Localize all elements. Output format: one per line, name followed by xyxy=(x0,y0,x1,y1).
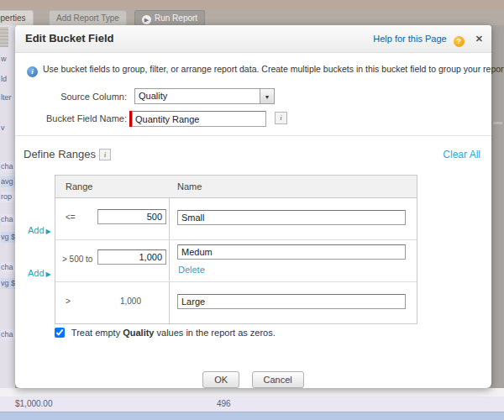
add-arrow-icon: ▶ xyxy=(46,228,51,235)
background-gap xyxy=(0,388,504,396)
total-amount: $1,000.00 xyxy=(15,396,53,412)
report-totals-row: $1,000.00 496 xyxy=(0,396,504,412)
source-column-label: Source Column: xyxy=(15,88,127,105)
play-icon: ▶ xyxy=(142,15,151,24)
bg-text-fragment: cha xyxy=(1,262,15,273)
bucket-name-input[interactable] xyxy=(177,294,406,309)
name-cell xyxy=(169,198,417,239)
name-cell xyxy=(169,282,417,323)
bg-text-fragment: w xyxy=(1,54,15,65)
run-report-button[interactable]: ▶Run Report xyxy=(134,10,205,26)
range-column-header: Range xyxy=(66,176,92,197)
report-footer-band xyxy=(0,412,504,420)
treat-empty-label: Treat empty Quality values in the report… xyxy=(71,328,276,338)
bg-text-fragment: cha xyxy=(1,214,15,225)
dropdown-arrow-icon[interactable]: ▼ xyxy=(260,88,275,104)
range-value-input[interactable] xyxy=(97,249,166,265)
info-icon: i xyxy=(27,66,38,77)
section-divider xyxy=(15,135,491,136)
bg-text-fragment: cha xyxy=(1,329,15,340)
range-operator: > 500 to xyxy=(62,255,92,264)
dialog-buttons: OK Cancel xyxy=(15,371,491,388)
treat-empty-field-name: Quality xyxy=(123,328,154,338)
name-cell: Delete xyxy=(169,240,417,281)
dialog-title: Edit Bucket Field xyxy=(25,25,113,52)
range-value-static: 1,000 xyxy=(97,297,141,306)
scroll-tick xyxy=(493,122,502,124)
define-ranges-info-icon[interactable]: i xyxy=(99,149,111,160)
background-left-pane: w ld lter v cha avg rop cha vg $ cha vg … xyxy=(0,25,15,395)
table-row: <= xyxy=(55,198,417,240)
bucket-name-input[interactable] xyxy=(177,244,406,260)
define-ranges-header: Define Rangesi xyxy=(24,148,111,160)
define-ranges-title: Define Ranges xyxy=(24,148,96,160)
run-report-label: Run Report xyxy=(155,13,197,23)
delete-link[interactable]: Delete xyxy=(178,265,205,275)
ranges-table: Range Name <= > 500 to Dele xyxy=(55,175,417,324)
tab-report-properties[interactable]: operties xyxy=(0,10,34,26)
info-message: Use bucket fields to group, filter, or a… xyxy=(43,64,504,74)
bg-text-fragment: avg xyxy=(1,176,15,187)
table-row: > 1,000 xyxy=(55,282,417,323)
table-header-row: Range Name xyxy=(55,176,417,198)
treat-empty-text-after: values in the report as zeros. xyxy=(155,328,276,338)
add-report-type-button[interactable]: Add Report Type xyxy=(49,10,127,26)
dialog-header-actions: Help for this Page ? ✕ xyxy=(373,25,483,52)
add-bucket-link[interactable]: Add▶ xyxy=(28,268,51,278)
info-message-bar: iUse bucket fields to group, filter, or … xyxy=(27,64,485,77)
help-link[interactable]: Help for this Page xyxy=(373,34,446,44)
cancel-button[interactable]: Cancel xyxy=(252,371,304,388)
add-label: Add xyxy=(28,268,45,278)
bg-text-fragment: rop xyxy=(1,192,15,202)
ok-button[interactable]: OK xyxy=(202,371,239,388)
table-row: > 500 to Delete xyxy=(55,240,417,282)
bg-text-fragment: cha xyxy=(1,161,15,172)
dialog-header: Edit Bucket Field Help for this Page ? ✕ xyxy=(15,25,491,53)
bucket-field-name-label: Bucket Field Name: xyxy=(15,110,127,127)
range-cell: > 1,000 xyxy=(55,282,170,323)
bg-text-fragment: ld xyxy=(1,74,15,85)
range-value-input[interactable] xyxy=(97,209,166,224)
clear-all-link[interactable]: Clear All xyxy=(443,149,480,160)
treat-empty-text-before: Treat empty xyxy=(71,328,123,338)
range-cell: > 500 to xyxy=(55,240,170,281)
background-right-band xyxy=(491,25,504,395)
bucket-field-name-input[interactable] xyxy=(132,111,266,127)
range-operator: > xyxy=(66,297,71,306)
pane-grabber xyxy=(0,27,8,47)
bg-text-fragment: v xyxy=(1,123,15,134)
name-column-header: Name xyxy=(177,176,202,197)
add-label: Add xyxy=(28,225,45,235)
add-bucket-link[interactable]: Add▶ xyxy=(28,225,51,235)
bg-text-fragment: vg $ xyxy=(1,278,15,289)
range-operator: <= xyxy=(66,213,76,222)
source-column-value[interactable]: Quality xyxy=(134,88,260,104)
field-info-icon[interactable]: i xyxy=(275,112,287,124)
edit-bucket-field-dialog: Edit Bucket Field Help for this Page ? ✕… xyxy=(15,25,491,388)
screen: operties Add Report Type ▶Run Report w l… xyxy=(0,0,504,420)
treat-empty-checkbox[interactable] xyxy=(55,328,65,338)
help-icon[interactable]: ? xyxy=(454,36,465,47)
browser-top-strip xyxy=(0,0,504,8)
bg-text-fragment: vg $ xyxy=(1,232,15,243)
close-icon[interactable]: ✕ xyxy=(475,25,483,52)
bg-text-fragment: lter xyxy=(1,92,15,103)
record-count: 496 xyxy=(217,396,231,412)
report-builder-toolbar: operties Add Report Type ▶Run Report xyxy=(0,8,504,25)
bucket-name-input[interactable] xyxy=(177,210,406,225)
range-cell: <= xyxy=(55,198,170,239)
add-arrow-icon: ▶ xyxy=(46,270,51,278)
treat-empty-row: Treat empty Quality values in the report… xyxy=(55,328,276,338)
